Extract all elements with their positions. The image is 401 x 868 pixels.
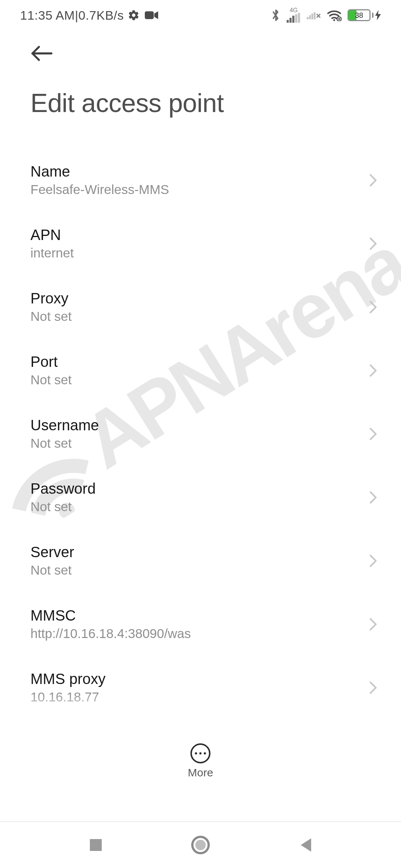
nav-back-button[interactable]	[298, 837, 313, 853]
battery-indicator: 38	[348, 9, 381, 21]
svg-rect-0	[145, 11, 154, 19]
setting-label: Username	[30, 417, 99, 434]
charging-bolt-icon	[375, 10, 381, 20]
svg-rect-6	[307, 17, 309, 19]
status-bar-right: 4G 38	[271, 7, 381, 23]
setting-value: http://10.16.18.4:38090/was	[30, 626, 191, 641]
setting-item-name[interactable]: Name Feelsafe-Wireless-MMS	[0, 148, 401, 212]
setting-item-server[interactable]: Server Not set	[0, 529, 401, 592]
setting-item-proxy[interactable]: Proxy Not set	[0, 275, 401, 339]
setting-value: Feelsafe-Wireless-MMS	[30, 182, 169, 197]
setting-label: Password	[30, 480, 96, 497]
setting-item-username[interactable]: Username Not set	[0, 402, 401, 466]
status-separator: |	[75, 8, 78, 23]
signal-1-group: 4G	[287, 7, 301, 23]
setting-value: Not set	[30, 309, 72, 324]
svg-rect-7	[309, 15, 311, 19]
svg-point-15	[195, 840, 206, 850]
chevron-right-icon	[369, 427, 377, 441]
back-arrow-icon	[30, 45, 53, 62]
gear-icon	[128, 9, 140, 21]
status-bar-left: 11:35 AM | 0.7KB/s	[20, 8, 158, 23]
back-button[interactable]	[30, 42, 54, 65]
setting-value: Not set	[30, 563, 74, 578]
setting-label: MMSC	[30, 607, 191, 624]
signal-1-icon	[287, 13, 301, 23]
setting-item-password[interactable]: Password Not set	[0, 466, 401, 529]
header: Edit access point	[0, 29, 401, 118]
setting-value: 10.16.18.77	[30, 690, 105, 704]
setting-value: internet	[30, 246, 74, 260]
setting-item-mms-proxy[interactable]: MMS proxy 10.16.18.77	[0, 656, 401, 716]
setting-item-port[interactable]: Port Not set	[0, 339, 401, 402]
nav-home-button[interactable]	[191, 835, 210, 855]
wifi-icon	[327, 9, 342, 21]
svg-rect-1	[287, 20, 289, 23]
chevron-right-icon	[369, 174, 377, 187]
page-title: Edit access point	[30, 88, 383, 118]
svg-rect-2	[290, 18, 292, 23]
battery-percentage: 38	[349, 11, 369, 20]
more-label: More	[188, 766, 213, 779]
status-bar: 11:35 AM | 0.7KB/s 4G	[0, 0, 401, 29]
screen: 11:35 AM | 0.7KB/s 4G	[0, 0, 401, 868]
chevron-right-icon	[369, 300, 377, 314]
signal-2-icon	[307, 10, 321, 20]
chevron-right-icon	[369, 237, 377, 250]
setting-value: Not set	[30, 436, 99, 451]
svg-rect-5	[298, 13, 300, 23]
bluetooth-icon	[271, 8, 281, 22]
setting-item-apn[interactable]: APN internet	[0, 212, 401, 275]
navigation-bar	[0, 821, 401, 868]
svg-rect-9	[314, 12, 316, 19]
setting-label: Port	[30, 354, 72, 370]
setting-label: Server	[30, 544, 74, 560]
settings-list: Name Feelsafe-Wireless-MMS APN internet …	[0, 148, 401, 716]
setting-label: MMS proxy	[30, 671, 105, 687]
video-camera-icon	[145, 10, 158, 20]
setting-label: Proxy	[30, 290, 72, 307]
status-time: 11:35 AM	[20, 8, 75, 23]
content: APNArena Name Feelsafe-Wireless-MMS APN …	[0, 148, 401, 716]
svg-point-10	[333, 19, 335, 21]
svg-rect-4	[295, 14, 297, 23]
chevron-right-icon	[369, 364, 377, 377]
more-icon	[190, 743, 211, 763]
chevron-right-icon	[369, 491, 377, 504]
chevron-right-icon	[369, 618, 377, 631]
status-netrate: 0.7KB/s	[78, 8, 124, 23]
svg-rect-13	[90, 839, 102, 851]
signal-2-group	[307, 10, 321, 20]
setting-value: Not set	[30, 499, 96, 514]
more-button[interactable]: More	[188, 743, 213, 779]
svg-rect-3	[292, 16, 294, 23]
nav-recents-button[interactable]	[88, 838, 103, 852]
setting-item-mmsc[interactable]: MMSC http://10.16.18.4:38090/was	[0, 592, 401, 656]
setting-label: Name	[30, 163, 169, 180]
setting-label: APN	[30, 227, 74, 243]
chevron-right-icon	[369, 681, 377, 694]
svg-rect-8	[312, 13, 313, 19]
chevron-right-icon	[369, 554, 377, 568]
setting-value: Not set	[30, 372, 72, 387]
